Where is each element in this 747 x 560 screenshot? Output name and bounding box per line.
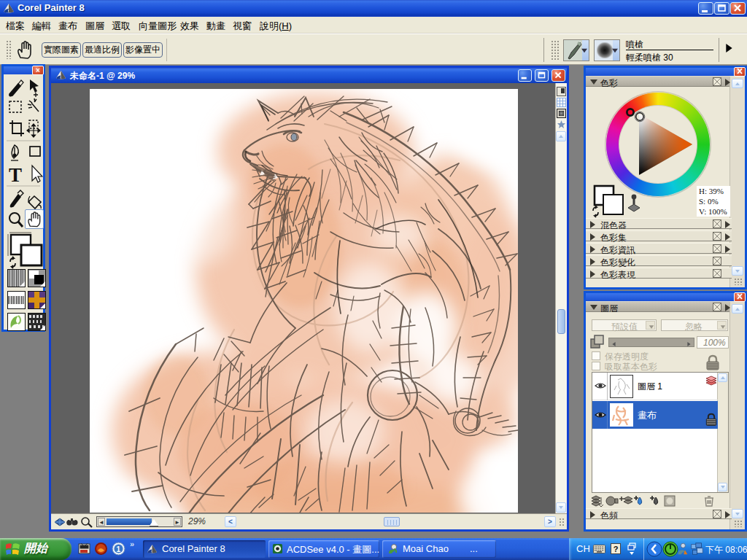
svg-text:1: 1 — [117, 545, 121, 553]
svg-text:T: T — [9, 164, 22, 186]
